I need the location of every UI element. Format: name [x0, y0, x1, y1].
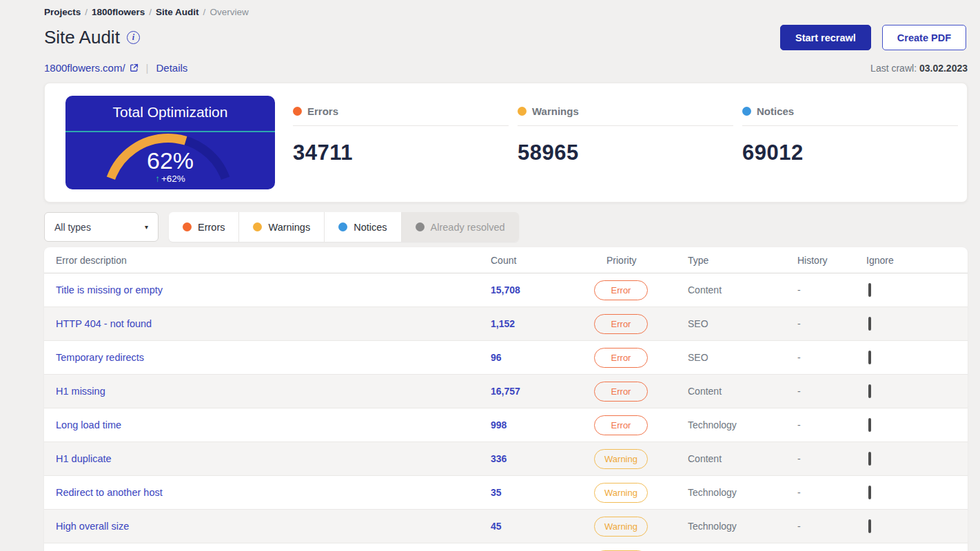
- table-row: Temporary redirects 96 Error SEO -: [44, 341, 968, 375]
- history-value: -: [797, 487, 866, 498]
- sub-header-row: 1800flowers.com/ | Details Last crawl: 0…: [44, 62, 968, 74]
- start-recrawl-button[interactable]: Start recrawl: [780, 25, 871, 50]
- last-crawl-date: 03.02.2023: [919, 63, 968, 74]
- ignore-checkbox[interactable]: [868, 384, 871, 398]
- stat-label: Errors: [307, 105, 338, 117]
- priority-badge: Error: [594, 314, 648, 334]
- type-filter-value: All types: [54, 222, 91, 233]
- count-value[interactable]: 16,757: [491, 386, 594, 397]
- external-link-icon[interactable]: [130, 63, 139, 72]
- priority-badge: Error: [594, 382, 648, 402]
- stat-block: Notices 69012: [742, 83, 967, 202]
- stat-label: Warnings: [532, 105, 579, 117]
- history-value: -: [797, 521, 866, 532]
- error-description-link[interactable]: High overall size: [56, 521, 491, 532]
- type-value: Content: [684, 386, 797, 397]
- stat-head: Notices: [742, 105, 958, 117]
- priority-cell: Warning: [594, 449, 684, 469]
- count-value[interactable]: 96: [491, 352, 594, 363]
- table-row: Long load time 998 Error Technology -: [44, 408, 968, 442]
- severity-tab[interactable]: Warnings: [239, 212, 325, 242]
- link-divider: |: [146, 62, 149, 74]
- breadcrumb-item[interactable]: Site Audit: [156, 7, 199, 17]
- ignore-checkbox[interactable]: [868, 452, 871, 466]
- error-description-link[interactable]: Long load time: [56, 419, 491, 430]
- summary-stats: Errors 34711 Warnings 58965 Notices 6901…: [293, 83, 967, 202]
- stat-head: Warnings: [518, 105, 733, 117]
- up-arrow-icon: ↑: [155, 174, 160, 184]
- breadcrumb-item[interactable]: 1800flowers: [92, 7, 145, 17]
- count-value[interactable]: 35: [491, 487, 594, 498]
- header-buttons: Start recrawl Create PDF: [780, 25, 966, 50]
- title-group: Site Audit i: [44, 27, 140, 48]
- ignore-checkbox[interactable]: [868, 519, 871, 533]
- stat-block: Errors 34711: [293, 83, 518, 202]
- severity-tab[interactable]: Notices: [325, 212, 401, 242]
- tab-label: Warnings: [268, 222, 310, 233]
- history-value: -: [797, 318, 866, 329]
- table-row: H1 duplicate 336 Warning Content -: [44, 442, 968, 476]
- history-value: -: [797, 419, 866, 430]
- breadcrumb-item: Overview: [210, 7, 248, 17]
- count-value[interactable]: 998: [491, 419, 594, 430]
- domain-links: 1800flowers.com/ | Details: [44, 62, 187, 74]
- stat-divider: [518, 125, 733, 126]
- priority-badge: Error: [594, 415, 648, 435]
- error-description-link[interactable]: Title is missing or empty: [56, 284, 491, 295]
- ignore-checkbox[interactable]: [868, 486, 871, 499]
- header-row: Site Audit i Start recrawl Create PDF: [44, 25, 968, 50]
- last-crawl-label: Last crawl:: [870, 63, 917, 74]
- error-description-link[interactable]: Redirect to another host: [56, 487, 491, 498]
- domain-link[interactable]: 1800flowers.com/: [44, 62, 125, 74]
- type-value: Technology: [684, 521, 797, 532]
- priority-badge: Warning: [594, 483, 648, 503]
- count-value[interactable]: 15,708: [491, 284, 594, 295]
- stat-label: Notices: [757, 105, 794, 117]
- ignore-checkbox[interactable]: [868, 418, 871, 432]
- col-type: Type: [684, 255, 797, 266]
- create-pdf-button[interactable]: Create PDF: [882, 25, 966, 50]
- ignore-cell: [866, 318, 956, 329]
- status-dot-icon: [518, 107, 527, 116]
- status-dot-icon: [416, 222, 425, 231]
- priority-badge: Warning: [594, 449, 648, 469]
- ignore-checkbox[interactable]: [868, 283, 871, 297]
- table-row: Warning: [44, 543, 968, 551]
- severity-tab-group: Errors Warnings Notices Already resolved: [169, 212, 519, 242]
- error-description-link[interactable]: H1 duplicate: [56, 453, 491, 464]
- type-filter-select[interactable]: All types ▾: [44, 212, 159, 242]
- priority-cell: Warning: [594, 517, 684, 537]
- history-value: -: [797, 352, 866, 363]
- stat-divider: [293, 125, 509, 126]
- count-value[interactable]: 336: [491, 453, 594, 464]
- severity-tab[interactable]: Errors: [169, 212, 239, 242]
- ignore-cell: [866, 284, 956, 295]
- table-row: Redirect to another host 35 Warning Tech…: [44, 476, 968, 510]
- tab-label: Already resolved: [431, 222, 505, 233]
- gauge-percent: 62%: [65, 149, 275, 172]
- details-link[interactable]: Details: [156, 62, 187, 74]
- site-audit-page: Projects/1800flowers/Site Audit/Overview…: [44, 0, 968, 551]
- priority-cell: Error: [594, 415, 684, 435]
- count-value[interactable]: 1,152: [491, 318, 594, 329]
- error-description-link[interactable]: HTTP 404 - not found: [56, 318, 491, 329]
- type-value: Content: [684, 453, 797, 464]
- error-description-link[interactable]: Temporary redirects: [56, 352, 491, 363]
- type-value: SEO: [684, 352, 797, 363]
- priority-cell: Error: [594, 314, 684, 334]
- summary-card: Total Optimization 62% ↑+62% Errors 3471…: [44, 83, 968, 202]
- error-description-link[interactable]: H1 missing: [56, 386, 491, 397]
- gauge-delta-value: +62%: [161, 174, 185, 184]
- status-dot-icon: [183, 222, 192, 231]
- info-icon[interactable]: i: [127, 31, 140, 44]
- breadcrumb-item[interactable]: Projects: [44, 7, 81, 17]
- ignore-checkbox[interactable]: [868, 317, 871, 331]
- status-dot-icon: [293, 107, 302, 116]
- breadcrumb-separator: /: [203, 7, 206, 17]
- priority-badge: Error: [594, 280, 648, 300]
- count-value[interactable]: 45: [491, 521, 594, 532]
- stat-head: Errors: [293, 105, 509, 117]
- ignore-checkbox[interactable]: [868, 351, 871, 364]
- ignore-cell: [866, 386, 956, 397]
- status-dot-icon: [742, 107, 751, 116]
